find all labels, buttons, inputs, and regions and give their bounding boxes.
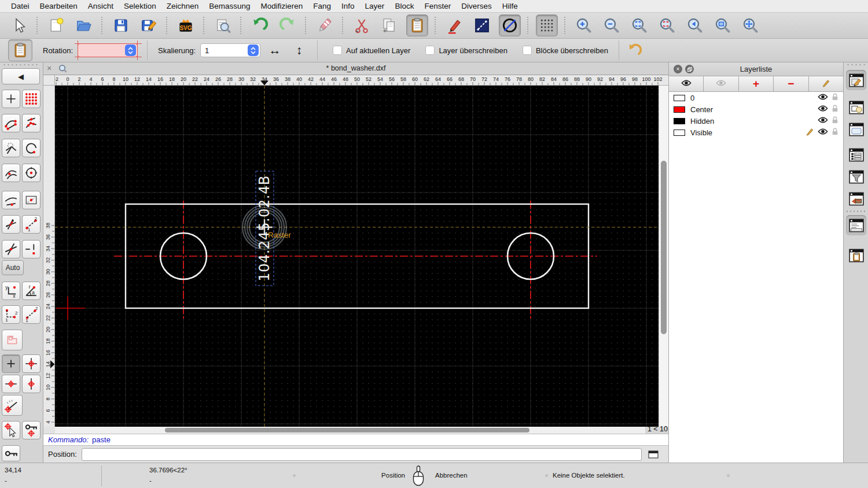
layer-lock-icon[interactable] (832, 116, 838, 127)
snap-tangent-button[interactable] (2, 164, 20, 182)
snap-endpoints-button[interactable] (2, 114, 20, 132)
filter-window-button[interactable] (846, 167, 866, 187)
layer-visibility-eye-icon[interactable] (818, 93, 828, 103)
pen-wizard-window-button[interactable] (846, 188, 866, 209)
layer-lock-icon[interactable] (832, 104, 838, 115)
layer-lock-icon[interactable] (832, 127, 838, 138)
menu-fang[interactable]: Fang (308, 2, 336, 10)
snap-distance-manual-button[interactable]: 12 (22, 215, 41, 234)
layer-color-swatch[interactable] (674, 118, 685, 124)
menu-layer[interactable]: Layer (360, 2, 390, 10)
show-all-layers-eye-button[interactable] (669, 76, 704, 92)
layer-visibility-eye-icon[interactable] (818, 104, 828, 114)
lock-relative-zero-button[interactable] (22, 421, 41, 439)
select-cursor-button[interactable] (8, 14, 30, 36)
angle-protractor-button[interactable] (2, 395, 23, 416)
scaling-stepper[interactable] (248, 45, 259, 56)
add-layer-plus-button[interactable]: + (739, 76, 774, 92)
layer-visibility-eye-icon[interactable] (818, 116, 828, 126)
scaling-combobox[interactable]: 1 (200, 43, 260, 57)
zoom-pan-button[interactable] (740, 14, 762, 36)
rotation-stepper[interactable] (125, 45, 136, 56)
menu-ansicht[interactable]: Ansicht (83, 2, 119, 10)
relative-polar-button[interactable]: 12 (22, 305, 41, 324)
restrict-horizontal-button[interactable] (2, 375, 20, 393)
flip-vertical-button[interactable]: ↕ (289, 40, 309, 60)
layer-lock-icon[interactable] (832, 93, 838, 103)
remove-layer-minus-button[interactable]: − (774, 76, 808, 92)
snap-intersection-manual-button[interactable] (22, 240, 41, 258)
drawing-canvas[interactable]: 104.245.02.4BRaster (55, 86, 659, 427)
command-line[interactable]: Kommando: paste (43, 434, 668, 446)
vertical-scrollbar[interactable] (659, 86, 668, 427)
set-relative-zero-button[interactable] (2, 421, 20, 439)
menu-info[interactable]: Info (336, 2, 360, 10)
menu-datei[interactable]: Datei (6, 2, 35, 10)
paste-options-button[interactable] (8, 39, 32, 61)
snap-intersection-x-button[interactable] (2, 240, 20, 258)
block-list-window-button[interactable] (846, 97, 866, 117)
layer-row-center[interactable]: Center (669, 103, 843, 115)
svg-export-button[interactable]: SVG (175, 14, 197, 36)
layer-visibility-eye-icon[interactable] (818, 127, 828, 138)
snap-perpendicular-button[interactable] (2, 139, 20, 157)
checkbox-box[interactable] (523, 46, 532, 55)
eraser-button[interactable] (314, 14, 336, 36)
rotation-combobox[interactable] (78, 43, 138, 57)
grid-toggle-button[interactable] (536, 14, 558, 36)
save-button[interactable] (110, 14, 132, 36)
coordinate-polar-button[interactable]: ra (22, 282, 41, 300)
print-preview-button[interactable] (212, 14, 234, 36)
zoom-auto-button[interactable] (628, 14, 650, 36)
pasted-text-entity[interactable]: 104.245.02.4B (256, 175, 273, 281)
layer-list-window-button[interactable] (846, 70, 866, 90)
position-input[interactable] (82, 448, 642, 461)
checkbox-bl-cke-berschreiben[interactable]: Blöcke überschreiben (523, 46, 608, 55)
edit-layer-pencil-button[interactable] (809, 76, 843, 92)
layer-row-visible[interactable]: Visible (669, 127, 843, 138)
snap-auto-button[interactable]: Auto (2, 260, 24, 275)
menu-zeichnen[interactable]: Zeichnen (161, 2, 204, 10)
undo-button[interactable] (249, 14, 271, 36)
flip-horizontal-button[interactable]: ↔ (265, 40, 285, 60)
copy-button[interactable]: + (378, 14, 400, 36)
paste-button[interactable] (406, 14, 428, 36)
zoom-in-button[interactable] (573, 14, 595, 36)
layer-row-0[interactable]: 0 (669, 92, 843, 103)
restrict-orthogonal-button[interactable] (22, 354, 41, 373)
save-as-button[interactable] (138, 14, 160, 36)
snap-selection-button[interactable] (2, 330, 23, 350)
draw-pencil-button[interactable] (443, 14, 465, 36)
restrict-orthogonal-auto-button[interactable] (2, 215, 20, 234)
library-browser-window-button[interactable] (846, 119, 866, 139)
layer-row-hidden[interactable]: Hidden (669, 115, 843, 127)
menu-bearbeiten[interactable]: Bearbeiten (35, 2, 83, 10)
zoom-selection-button[interactable] (656, 14, 678, 36)
command-window-button[interactable] (646, 449, 660, 460)
layer-color-swatch[interactable] (674, 130, 685, 136)
toolbar-drag-handle[interactable] (2, 64, 39, 66)
undo-orange-button[interactable] (626, 42, 643, 59)
command-widget-window-button[interactable] (846, 215, 866, 235)
cut-button[interactable]: + (351, 14, 373, 36)
layer-color-swatch[interactable] (674, 95, 685, 101)
snap-free-button[interactable] (2, 90, 20, 108)
snap-toolbar-collapse-button[interactable]: ◀ (2, 68, 40, 84)
zoom-out-button[interactable] (601, 14, 623, 36)
snap-on-circle-button[interactable] (22, 139, 41, 157)
layer-color-swatch[interactable] (674, 106, 685, 113)
toolbar-drag-handle[interactable] (846, 64, 866, 66)
checkbox-auf-aktuellen-layer[interactable]: Auf aktuellen Layer (333, 46, 410, 55)
snap-intersection-button[interactable] (22, 191, 41, 209)
snap-grid-button[interactable] (22, 90, 41, 108)
line-tool-button[interactable] (471, 14, 493, 36)
relative-zero-key-button[interactable] (2, 445, 20, 461)
menu-diverses[interactable]: Diverses (456, 2, 497, 10)
redo-button[interactable] (277, 14, 299, 36)
restrict-nothing-button[interactable] (2, 354, 20, 373)
cad-drawing-svg[interactable]: 104.245.02.4BRaster (55, 86, 659, 427)
menu-modifizieren[interactable]: Modifizieren (256, 2, 308, 10)
checkbox-box[interactable] (425, 46, 435, 55)
menu-bemassung[interactable]: Bemassung (204, 2, 255, 10)
circle-tool-button[interactable] (499, 14, 521, 36)
